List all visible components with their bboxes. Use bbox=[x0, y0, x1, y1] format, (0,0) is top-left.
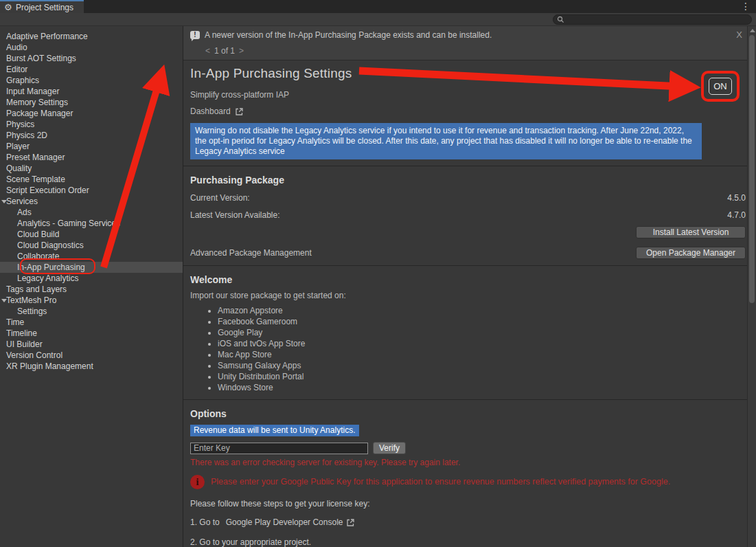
sidebar-item-analytics-gaming-services[interactable]: Analytics - Gaming Services bbox=[0, 218, 183, 229]
sidebar-item-legacy-analytics[interactable]: Legacy Analytics bbox=[0, 273, 183, 284]
pager-label: 1 of 1 bbox=[214, 46, 235, 56]
kebab-menu-icon[interactable]: ⋮ bbox=[741, 1, 751, 12]
sidebar-item-label: Graphics bbox=[6, 76, 39, 85]
sidebar-item-services[interactable]: Services bbox=[0, 196, 183, 207]
sidebar-item-label: Services bbox=[6, 197, 38, 206]
sidebar-item-label: Physics bbox=[6, 120, 34, 129]
sidebar-item-label: Tags and Layers bbox=[6, 284, 67, 294]
sidebar-item-in-app-purchasing[interactable]: In-App Purchasing bbox=[0, 262, 183, 273]
store-list-item: Mac App Store bbox=[218, 349, 746, 360]
license-key-input[interactable] bbox=[190, 443, 368, 454]
sidebar-item-label: Cloud Build bbox=[17, 230, 59, 239]
sidebar-item-graphics[interactable]: Graphics bbox=[0, 75, 183, 86]
sidebar-item-textmesh-pro[interactable]: TextMesh Pro bbox=[0, 295, 183, 306]
step-1: 1. Go to Google Play Developer Console bbox=[190, 517, 746, 527]
sidebar-item-label: Input Manager bbox=[6, 87, 59, 96]
notification-message: A newer version of the In-App Purchasing… bbox=[205, 30, 492, 40]
scroll-up-arrow-icon[interactable] bbox=[750, 29, 755, 32]
sidebar-item-label: Cloud Diagnostics bbox=[17, 241, 84, 250]
legacy-analytics-warning: Warning do not disable the Legacy Analyt… bbox=[190, 123, 702, 159]
sidebar-item-label: Ads bbox=[17, 208, 32, 217]
foldout-triangle-icon[interactable] bbox=[1, 299, 7, 302]
title-bar: ⚙ Project Settings ⋮ bbox=[0, 0, 756, 13]
install-latest-version-button[interactable]: Install Latest Version bbox=[636, 226, 746, 238]
error-info-icon: i bbox=[190, 475, 205, 489]
external-link-icon[interactable] bbox=[346, 518, 355, 527]
sidebar-item-label: Analytics - Gaming Services bbox=[17, 219, 120, 228]
sidebar-item-label: Scene Template bbox=[6, 175, 65, 184]
sidebar-item-adaptive-performance[interactable]: Adaptive Performance bbox=[0, 31, 183, 42]
sidebar-item-label: Audio bbox=[6, 43, 27, 52]
sidebar-item-version-control[interactable]: Version Control bbox=[0, 350, 183, 361]
sidebar-item-label: Quality bbox=[6, 164, 32, 173]
pager-prev-button[interactable]: < bbox=[205, 46, 210, 56]
latest-version-label: Latest Version Available: bbox=[190, 210, 280, 220]
search-box[interactable] bbox=[553, 14, 752, 25]
sidebar-item-input-manager[interactable]: Input Manager bbox=[0, 86, 183, 97]
main-panel: ! A newer version of the In-App Purchasi… bbox=[183, 26, 756, 547]
sidebar-item-ads[interactable]: Ads bbox=[0, 207, 183, 218]
scrollbar-thumb[interactable] bbox=[749, 35, 755, 303]
sidebar-item-label: Settings bbox=[17, 306, 47, 316]
steps-intro: Please follow these steps to get your li… bbox=[190, 499, 746, 509]
analytics-note-badge: Revenue data will be sent to Unity Analy… bbox=[190, 425, 359, 436]
sidebar-item-physics-2d[interactable]: Physics 2D bbox=[0, 130, 183, 141]
notification-pager: < 1 of 1 > bbox=[205, 46, 244, 56]
search-input[interactable] bbox=[566, 16, 748, 24]
sidebar-item-label: Version Control bbox=[6, 350, 62, 360]
dashboard-link[interactable]: Dashboard bbox=[190, 107, 231, 116]
sidebar-item-cloud-build[interactable]: Cloud Build bbox=[0, 229, 183, 240]
sidebar-item-xr-plugin-management[interactable]: XR Plugin Management bbox=[0, 361, 183, 372]
sidebar-item-memory-settings[interactable]: Memory Settings bbox=[0, 97, 183, 108]
notification-close-button[interactable]: X bbox=[736, 30, 742, 40]
open-package-manager-button[interactable]: Open Package Manager bbox=[636, 247, 746, 259]
verify-button[interactable]: Verify bbox=[373, 442, 406, 454]
sidebar-item-label: XR Plugin Management bbox=[6, 361, 93, 371]
search-icon bbox=[557, 16, 564, 23]
sidebar-item-package-manager[interactable]: Package Manager bbox=[0, 108, 183, 119]
sidebar-item-cloud-diagnostics[interactable]: Cloud Diagnostics bbox=[0, 240, 183, 251]
sidebar-item-player[interactable]: Player bbox=[0, 141, 183, 152]
sidebar-item-quality[interactable]: Quality bbox=[0, 163, 183, 174]
store-list: Amazon AppstoreFacebook GameroomGoogle P… bbox=[218, 305, 746, 393]
iap-enable-toggle[interactable]: ON bbox=[709, 78, 732, 95]
sidebar-item-physics[interactable]: Physics bbox=[0, 119, 183, 130]
vertical-scrollbar[interactable] bbox=[747, 26, 756, 547]
store-list-item: Amazon Appstore bbox=[218, 305, 746, 316]
sidebar-item-label: Script Execution Order bbox=[6, 186, 89, 195]
sidebar-item-editor[interactable]: Editor bbox=[0, 64, 183, 75]
sidebar-item-scene-template[interactable]: Scene Template bbox=[0, 174, 183, 185]
external-link-icon[interactable] bbox=[235, 107, 244, 116]
store-list-item: Windows Store bbox=[218, 382, 746, 393]
sidebar-item-label: Time bbox=[6, 317, 24, 327]
google-play-console-link[interactable]: Google Play Developer Console bbox=[226, 517, 343, 527]
options-heading: Options bbox=[190, 408, 746, 419]
toolbar bbox=[0, 13, 756, 26]
pager-next-button[interactable]: > bbox=[239, 46, 244, 56]
sidebar-item-settings[interactable]: Settings bbox=[0, 306, 183, 317]
store-list-item: iOS and tvOs App Store bbox=[218, 338, 746, 349]
sidebar-item-collaborate[interactable]: Collaborate bbox=[0, 251, 183, 262]
sidebar-item-tags-and-layers[interactable]: Tags and Layers bbox=[0, 284, 183, 295]
sidebar-item-time[interactable]: Time bbox=[0, 317, 183, 328]
tab-project-settings[interactable]: ⚙ Project Settings bbox=[0, 0, 84, 13]
sidebar-item-audio[interactable]: Audio bbox=[0, 42, 183, 53]
store-list-item: Unity Distribution Portal bbox=[218, 371, 746, 382]
step-2: 2. Go to your appropriate project. bbox=[190, 537, 746, 547]
sidebar-item-timeline[interactable]: Timeline bbox=[0, 328, 183, 339]
sidebar-item-burst-aot-settings[interactable]: Burst AOT Settings bbox=[0, 53, 183, 64]
key-check-error-text: There was an error checking server for e… bbox=[190, 458, 746, 467]
sidebar-item-script-execution-order[interactable]: Script Execution Order bbox=[0, 185, 183, 196]
foldout-triangle-icon[interactable] bbox=[1, 200, 7, 203]
settings-sidebar: Adaptive PerformanceAudioBurst AOT Setti… bbox=[0, 26, 183, 547]
sidebar-item-ui-builder[interactable]: UI Builder bbox=[0, 339, 183, 350]
sidebar-item-label: UI Builder bbox=[6, 339, 43, 349]
page-title: In-App Purchasing Settings bbox=[190, 66, 746, 81]
sidebar-item-label: TextMesh Pro bbox=[6, 295, 56, 305]
section-divider bbox=[183, 265, 752, 266]
sidebar-item-label: Memory Settings bbox=[6, 98, 68, 107]
sidebar-item-label: Legacy Analytics bbox=[17, 274, 78, 283]
purchasing-package-heading: Purchasing Package bbox=[190, 175, 746, 186]
sidebar-item-preset-manager[interactable]: Preset Manager bbox=[0, 152, 183, 163]
sidebar-item-label: Player bbox=[6, 142, 30, 151]
